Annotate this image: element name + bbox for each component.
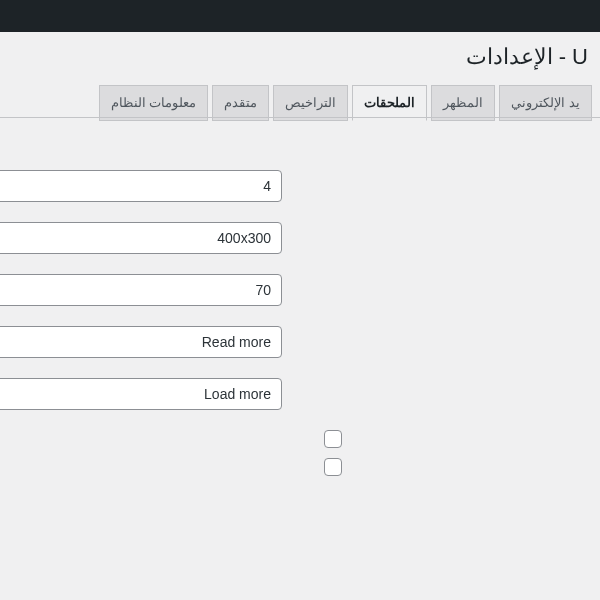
size-input[interactable] xyxy=(0,222,282,254)
tab-email[interactable]: يد الإلكتروني xyxy=(499,85,592,121)
admin-topbar xyxy=(0,0,600,32)
tab-advanced[interactable]: متقدم xyxy=(212,85,269,121)
tab-licenses[interactable]: التراخيص xyxy=(273,85,348,121)
page-title: U - الإعدادات xyxy=(466,44,588,70)
tabs-divider xyxy=(0,117,600,118)
settings-tabs: يد الإلكتروني المظهر الملحقات التراخيص م… xyxy=(95,84,592,120)
readmore-input[interactable] xyxy=(0,326,282,358)
option-checkbox-1[interactable] xyxy=(324,430,342,448)
tab-system-info[interactable]: معلومات النظام xyxy=(99,85,209,121)
count-input[interactable] xyxy=(0,170,282,202)
tab-extensions[interactable]: الملحقات xyxy=(352,85,427,121)
settings-form xyxy=(0,170,282,458)
tab-appearance[interactable]: المظهر xyxy=(431,85,495,121)
option-checkbox-2[interactable] xyxy=(324,458,342,476)
loadmore-input[interactable] xyxy=(0,378,282,410)
quality-input[interactable] xyxy=(0,274,282,306)
